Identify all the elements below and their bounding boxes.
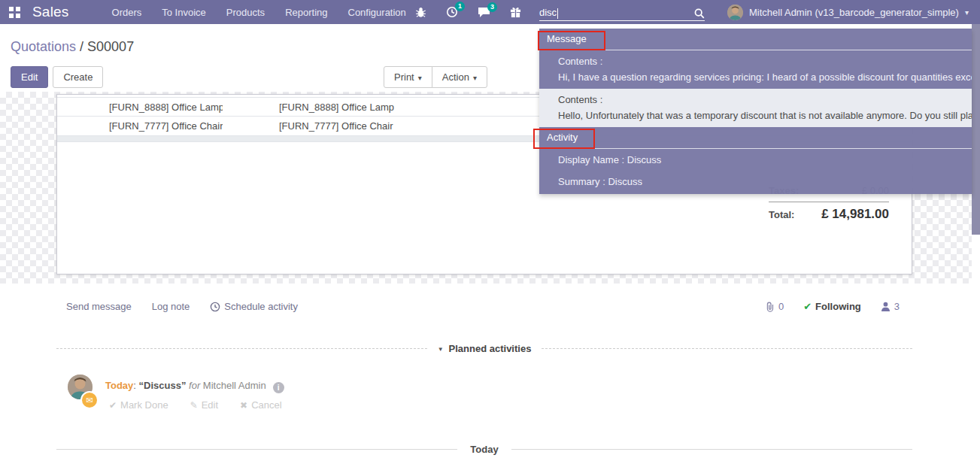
debug-bug-icon[interactable] <box>415 7 426 18</box>
breadcrumb: Quotations / S00007 <box>11 39 134 55</box>
apps-menu-icon[interactable] <box>8 5 21 19</box>
planned-activities-divider: ▼Planned activities <box>56 343 912 354</box>
menu-to-invoice[interactable]: To Invoice <box>162 7 206 18</box>
messages-chat-icon[interactable]: 3 <box>478 7 490 18</box>
search-result-activity-summary[interactable]: Summary : Discuss <box>539 171 972 193</box>
today-divider-label: Today <box>457 444 511 455</box>
check-icon: ✔ <box>109 400 117 411</box>
activities-clock-icon[interactable]: 1 <box>446 6 458 18</box>
edit-button[interactable]: Edit <box>11 66 48 88</box>
chevron-down-icon: ▾ <box>965 8 969 17</box>
description-cell: [FURN_8888] Office Lamp <box>223 98 394 116</box>
messages-count-badge: 3 <box>487 2 497 12</box>
paperclip-icon <box>765 302 775 312</box>
search-section-message: Message <box>539 29 972 50</box>
activity-due-date: Today <box>105 380 133 391</box>
user-name-label: Mitchell Admin (v13_barcode_generator_si… <box>749 7 959 18</box>
clock-icon <box>210 302 220 312</box>
chatter: Send message Log note Schedule activity … <box>0 284 980 458</box>
text-cursor <box>557 8 558 19</box>
user-menu[interactable]: Mitchell Admin (v13_barcode_generator_si… <box>727 0 969 24</box>
gift-icon[interactable] <box>510 7 521 18</box>
following-button[interactable]: ✔ Following <box>803 301 861 312</box>
total-label: Total: <box>769 209 794 220</box>
chevron-down-icon: ▾ <box>473 74 477 82</box>
description-cell: [FURN_7777] Office Chair <box>223 117 393 135</box>
odoo-sales-app: Sales Orders To Invoice Products Reporti… <box>0 0 980 458</box>
search-result-message-2[interactable]: Contents : Hello, Unfortunately that was… <box>539 89 972 127</box>
print-action-group: Print▾ Action▾ <box>384 66 487 88</box>
follower-count: 3 <box>894 301 900 312</box>
create-button[interactable]: Create <box>53 66 103 88</box>
breadcrumb-current: S00007 <box>87 39 134 54</box>
attachment-count: 0 <box>778 301 784 312</box>
activity-summary: Today: “Discuss” for Mitchell Admini <box>105 380 284 393</box>
systray: 1 3 <box>415 0 521 24</box>
activity-title: “Discuss” <box>139 380 187 391</box>
breadcrumb-quotations-link[interactable]: Quotations <box>11 39 76 54</box>
x-icon: ✖ <box>240 400 247 411</box>
pencil-icon: ✎ <box>190 400 198 411</box>
product-cell: [FURN_8888] Office Lamp <box>57 98 223 116</box>
menu-reporting[interactable]: Reporting <box>285 7 327 18</box>
chatter-actions: Send message Log note Schedule activity <box>66 301 298 312</box>
activity-assignee: Mitchell Admin <box>203 380 266 391</box>
search-result-message-1[interactable]: Contents : Hi, I have a question regardi… <box>539 50 972 89</box>
planned-activities-toggle[interactable]: ▼Planned activities <box>427 343 542 354</box>
user-avatar <box>727 5 743 20</box>
search-result-activity-display-name[interactable]: Display Name : Discuss <box>539 149 972 171</box>
menu-configuration[interactable]: Configuration <box>348 7 406 18</box>
navbar-left: Sales Orders To Invoice Products Reporti… <box>0 0 406 24</box>
send-message-button[interactable]: Send message <box>66 301 132 312</box>
breadcrumb-separator: / <box>76 39 87 54</box>
search-icon[interactable] <box>694 8 705 19</box>
scrollbar-thumb[interactable] <box>972 24 980 235</box>
total-row: Total: £ 14,981.00 <box>769 207 889 223</box>
search-section-activity: Activity <box>539 127 972 149</box>
product-cell: [FURN_7777] Office Chair <box>57 117 223 135</box>
navbar-menu: Orders To Invoice Products Reporting Con… <box>112 7 406 18</box>
totals-separator <box>769 202 889 202</box>
followers-button[interactable]: 3 <box>881 301 900 312</box>
activity-tools: ✔Mark Done ✎Edit ✖Cancel <box>109 399 282 411</box>
info-icon[interactable]: i <box>273 382 284 393</box>
search-query-text: disc <box>539 7 557 19</box>
total-value: £ 14,981.00 <box>821 207 889 222</box>
attachments-button[interactable]: 0 <box>765 301 784 312</box>
cancel-activity-button[interactable]: ✖Cancel <box>240 399 282 411</box>
form-buttons: Edit Create <box>11 66 103 88</box>
activity-type-badge: ✉ <box>80 391 99 409</box>
activities-count-badge: 1 <box>455 2 465 11</box>
print-dropdown-button[interactable]: Print▾ <box>384 66 432 88</box>
top-navbar: Sales Orders To Invoice Products Reporti… <box>0 0 980 24</box>
edit-activity-button[interactable]: ✎Edit <box>190 399 218 411</box>
person-icon <box>881 302 890 311</box>
triangle-down-icon: ▼ <box>438 346 444 353</box>
search-results-dropdown: Message Contents : Hi, I have a question… <box>539 29 972 194</box>
menu-orders[interactable]: Orders <box>112 7 142 18</box>
envelope-icon: ✉ <box>86 396 93 405</box>
chatter-stats: 0 ✔ Following 3 <box>765 301 900 312</box>
global-search-input[interactable]: disc <box>539 3 705 21</box>
vertical-scrollbar[interactable] <box>972 24 980 458</box>
mark-done-button[interactable]: ✔Mark Done <box>109 399 168 411</box>
check-icon: ✔ <box>803 301 812 312</box>
app-brand-sales[interactable]: Sales <box>32 4 69 20</box>
log-note-button[interactable]: Log note <box>152 301 190 312</box>
today-divider: Today <box>56 444 912 455</box>
action-dropdown-button[interactable]: Action▾ <box>432 66 487 88</box>
chevron-down-icon: ▾ <box>418 74 422 82</box>
schedule-activity-button[interactable]: Schedule activity <box>210 301 298 312</box>
menu-products[interactable]: Products <box>226 7 265 18</box>
